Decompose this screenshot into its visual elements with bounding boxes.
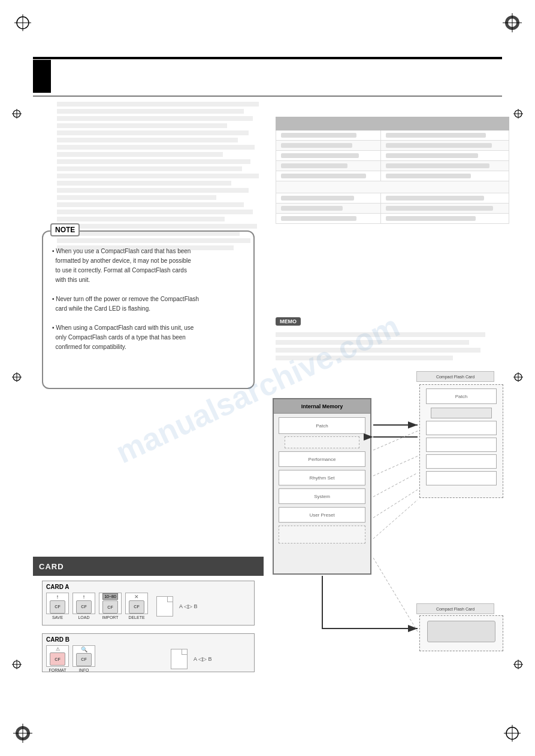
- cf-slot-1: Patch: [426, 388, 497, 404]
- svg-line-36: [373, 431, 418, 450]
- table-row: [276, 193, 509, 204]
- cf-card-bottom-box: [419, 615, 503, 651]
- load-label: LOAD: [78, 615, 89, 620]
- cf-delete-card: [129, 600, 144, 614]
- slot-3-label: Rhythm Set: [310, 475, 335, 481]
- svg-line-38: [373, 473, 418, 497]
- cf-slot-5: [426, 471, 497, 485]
- card-load-group[interactable]: ↑ LOAD: [72, 593, 95, 620]
- cf-save-card: [50, 600, 65, 614]
- card-page-icon: [156, 596, 173, 617]
- save-label: SAVE: [52, 615, 63, 620]
- cf-import-card: [102, 600, 118, 614]
- card-b-title: CARD B: [46, 636, 250, 643]
- internal-memory-title: Internal Memory: [274, 399, 370, 414]
- internal-slot-4: System: [279, 488, 365, 504]
- table-row: [276, 141, 509, 151]
- svg-line-37: [373, 456, 418, 476]
- table-row: [276, 204, 509, 214]
- table-cell-col1: [276, 214, 381, 224]
- cf-top-label-text: Compact Flash Card: [436, 375, 474, 379]
- card-save-group[interactable]: ↑ SAVE: [46, 593, 69, 620]
- cf-bottom-slot: [427, 621, 495, 642]
- table-cell-col1: [276, 204, 381, 214]
- card-format-group[interactable]: ⚠ FORMAT: [46, 645, 69, 672]
- table-row: [276, 214, 509, 224]
- card-info-icon[interactable]: 🔍: [72, 645, 95, 667]
- cf-bottom-label-text: Compact Flash Card: [436, 607, 474, 611]
- info-table: [276, 117, 509, 224]
- card-page-icon-group: [156, 596, 173, 617]
- note-text: • When you use a CompactFlash card that …: [52, 247, 244, 352]
- svg-line-41: [373, 558, 418, 631]
- internal-memory-box: Internal Memory Patch Performance Rhythm…: [273, 398, 371, 575]
- corner-mark-bl: [12, 722, 34, 744]
- cf-format-card: [50, 652, 65, 666]
- internal-slot-bottom: [279, 526, 365, 544]
- corner-mark-br: [501, 722, 523, 744]
- cf-slot-1-inner: [431, 408, 492, 418]
- card-import-icon[interactable]: 10~80: [99, 593, 122, 614]
- table-row: [276, 171, 509, 181]
- table-cell-col2: [381, 214, 509, 224]
- table-cell-col2: [381, 204, 509, 214]
- svg-line-39: [373, 490, 418, 518]
- slot-top-label: Patch: [316, 423, 328, 429]
- table-header: [276, 117, 509, 130]
- table-cell-col2: [381, 130, 509, 141]
- card-b-icons: ⚠ FORMAT 🔍 INFO A ◁▷ B: [46, 645, 250, 672]
- corner-mark-tr: [501, 12, 523, 34]
- delete-label: DELETE: [128, 615, 144, 620]
- cf-bottom-label-box: Compact Flash Card: [416, 603, 494, 614]
- cf-info-card: [76, 653, 92, 666]
- card-a-panel: CARD A ↑ SAVE ↑ LOAD: [42, 581, 255, 626]
- card-info-group[interactable]: 🔍 INFO: [72, 645, 95, 672]
- body-text-1: [57, 102, 270, 250]
- card-b-panel: CARD B ⚠ FORMAT 🔍 INFO: [42, 633, 255, 672]
- note-label: NOTE: [50, 223, 80, 236]
- card-a-nav: A ◁▷ B: [179, 603, 198, 609]
- slot-2-label: Performance: [309, 457, 336, 462]
- card-section-header: CARD: [33, 557, 264, 576]
- side-mark-right-top: [512, 108, 524, 121]
- card-delete-group[interactable]: ✕ DELETE: [125, 593, 148, 620]
- info-label: INFO: [79, 668, 89, 672]
- cf-slot-4: [426, 454, 497, 469]
- card-format-icon[interactable]: ⚠: [46, 645, 69, 667]
- internal-slot-top-inner: [285, 436, 359, 448]
- table-row: [276, 151, 509, 161]
- table-cell-col1: [276, 161, 381, 171]
- slot-4-label: System: [314, 494, 330, 499]
- internal-slot-top: Patch: [279, 417, 365, 434]
- note-box: NOTE • When you use a CompactFlash card …: [42, 230, 255, 389]
- card-section-title: CARD: [39, 562, 64, 571]
- card-import-group[interactable]: 10~80 IMPORT: [99, 593, 122, 620]
- memo-badge: MEMO: [276, 317, 301, 326]
- internal-slot-5: User Preset: [279, 507, 365, 523]
- card-a-title: CARD A: [46, 584, 250, 590]
- format-label: FORMAT: [49, 668, 66, 672]
- card-b-page-icon: [171, 649, 188, 669]
- table-cell-col2: [381, 161, 509, 171]
- card-a-icons: ↑ SAVE ↑ LOAD 10~80: [46, 593, 250, 620]
- page-header-line: [33, 57, 502, 59]
- diagram-area: Compact Flash Card Internal Memory Patch…: [273, 371, 512, 652]
- card-load-icon[interactable]: ↑: [72, 593, 95, 614]
- table-section-row: [276, 181, 509, 193]
- table-cell-col1: [276, 171, 381, 181]
- memo-text-area: [276, 332, 503, 363]
- side-mark-left-bot: [11, 658, 23, 672]
- table-cell-col2: [381, 193, 509, 204]
- cf-card-top-box: Patch: [419, 384, 503, 498]
- internal-title-text: Internal Memory: [301, 403, 343, 409]
- card-delete-icon[interactable]: ✕: [125, 593, 148, 614]
- slot-5-label: User Preset: [309, 512, 334, 518]
- svg-line-40: [373, 500, 418, 539]
- side-mark-right-bot: [512, 658, 524, 672]
- table-row: [276, 161, 509, 171]
- separator-line-top: [33, 96, 502, 96]
- side-mark-right-mid: [512, 371, 524, 384]
- table-cell-col1: [276, 193, 381, 204]
- card-save-icon[interactable]: ↑: [46, 593, 69, 614]
- table-cell-col2: [381, 141, 509, 151]
